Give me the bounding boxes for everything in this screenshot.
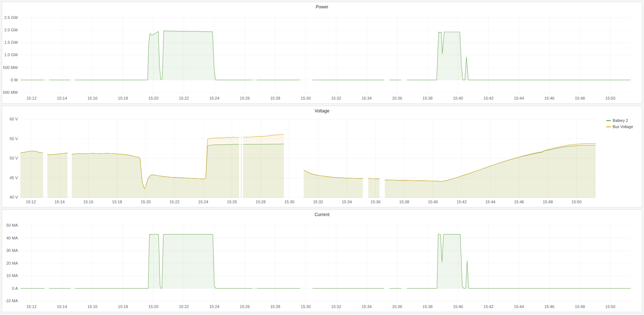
svg-text:40 MA: 40 MA bbox=[6, 236, 18, 240]
svg-text:15:32: 15:32 bbox=[331, 304, 341, 309]
svg-text:1.5 GW: 1.5 GW bbox=[4, 40, 18, 45]
svg-text:15:28: 15:28 bbox=[270, 304, 280, 309]
svg-text:15:38: 15:38 bbox=[422, 96, 433, 100]
legend-label: Bus Voltage bbox=[613, 124, 633, 129]
svg-text:15:48: 15:48 bbox=[543, 200, 553, 204]
svg-text:0 A: 0 A bbox=[12, 286, 18, 291]
svg-text:2.0 GW: 2.0 GW bbox=[4, 28, 18, 32]
svg-text:15:34: 15:34 bbox=[362, 304, 372, 309]
svg-text:500 MW: 500 MW bbox=[3, 65, 18, 70]
panel-current-title: Current bbox=[315, 212, 329, 217]
dashboard: Power 2.5 GW2.0 GW1.5 GW1.0 GW500 MW0 W-… bbox=[0, 0, 644, 314]
svg-text:15:50: 15:50 bbox=[605, 304, 616, 309]
legend-swatch-icon bbox=[606, 126, 611, 127]
svg-text:15:40: 15:40 bbox=[453, 304, 463, 309]
svg-text:15:32: 15:32 bbox=[313, 200, 323, 204]
svg-text:15:24: 15:24 bbox=[209, 304, 219, 309]
panel-voltage-title: Voltage bbox=[315, 108, 329, 114]
svg-text:15:34: 15:34 bbox=[362, 96, 372, 100]
svg-text:15:12: 15:12 bbox=[27, 304, 37, 309]
svg-text:-10 MA: -10 MA bbox=[5, 299, 18, 303]
svg-text:50 MA: 50 MA bbox=[6, 223, 18, 227]
current-chart[interactable]: 50 MA40 MA30 MA20 MA10 MA0 A-10 MA15:121… bbox=[3, 219, 641, 311]
svg-text:15:42: 15:42 bbox=[484, 304, 494, 309]
voltage-legend: Battery 2Bus Voltage bbox=[606, 116, 641, 206]
svg-text:15:16: 15:16 bbox=[87, 96, 98, 100]
svg-text:15:32: 15:32 bbox=[331, 96, 341, 100]
legend-swatch-icon bbox=[606, 120, 611, 121]
svg-text:15:26: 15:26 bbox=[240, 96, 250, 100]
svg-text:15:50: 15:50 bbox=[571, 200, 582, 204]
svg-text:0 W: 0 W bbox=[11, 78, 18, 82]
svg-text:15:36: 15:36 bbox=[392, 304, 402, 309]
svg-text:15:28: 15:28 bbox=[255, 200, 266, 204]
svg-text:15:12: 15:12 bbox=[26, 200, 36, 204]
svg-text:2.5 GW: 2.5 GW bbox=[4, 15, 18, 20]
svg-text:-500 MW: -500 MW bbox=[3, 90, 18, 95]
svg-text:15:28: 15:28 bbox=[270, 96, 280, 100]
voltage-chart[interactable]: 60 V55 V50 V45 V40 V15:1215:1415:1615:18… bbox=[3, 116, 606, 206]
svg-text:15:22: 15:22 bbox=[179, 96, 189, 100]
svg-text:15:30: 15:30 bbox=[301, 304, 311, 309]
panel-current: Current 50 MA40 MA30 MA20 MA10 MA0 A-10 … bbox=[2, 210, 642, 312]
svg-text:15:44: 15:44 bbox=[514, 304, 524, 309]
svg-text:15:36: 15:36 bbox=[371, 200, 381, 204]
panel-power: Power 2.5 GW2.0 GW1.5 GW1.0 GW500 MW0 W-… bbox=[2, 2, 642, 104]
panel-voltage: Voltage 60 V55 V50 V45 V40 V15:1215:1415… bbox=[2, 106, 642, 207]
panel-power-title: Power bbox=[316, 4, 328, 9]
svg-text:20 MA: 20 MA bbox=[6, 261, 18, 265]
svg-text:15:48: 15:48 bbox=[575, 96, 585, 100]
svg-text:45 V: 45 V bbox=[9, 176, 18, 180]
svg-text:15:40: 15:40 bbox=[428, 200, 438, 204]
svg-text:1.0 GW: 1.0 GW bbox=[4, 53, 18, 57]
svg-text:15:42: 15:42 bbox=[457, 200, 467, 204]
svg-text:15:34: 15:34 bbox=[342, 200, 352, 204]
voltage-plot-svg: 60 V55 V50 V45 V40 V15:1215:1415:1615:18… bbox=[3, 116, 606, 206]
svg-text:15:42: 15:42 bbox=[484, 96, 494, 100]
svg-text:60 V: 60 V bbox=[9, 117, 18, 121]
panel-current-header[interactable]: Current bbox=[2, 210, 642, 219]
svg-text:15:24: 15:24 bbox=[198, 200, 208, 204]
svg-text:15:38: 15:38 bbox=[399, 200, 409, 204]
svg-text:50 V: 50 V bbox=[9, 156, 18, 160]
svg-text:30 MA: 30 MA bbox=[6, 248, 18, 253]
svg-text:15:20: 15:20 bbox=[141, 200, 151, 204]
svg-text:15:16: 15:16 bbox=[87, 304, 98, 309]
svg-text:15:18: 15:18 bbox=[118, 304, 128, 309]
svg-text:15:18: 15:18 bbox=[112, 200, 122, 204]
legend-label: Battery 2 bbox=[613, 118, 628, 123]
svg-text:15:50: 15:50 bbox=[605, 96, 616, 100]
legend-item-bus-voltage[interactable]: Bus Voltage bbox=[606, 124, 641, 129]
svg-text:15:48: 15:48 bbox=[575, 304, 585, 309]
svg-text:15:18: 15:18 bbox=[118, 96, 128, 100]
svg-text:15:24: 15:24 bbox=[209, 96, 219, 100]
panel-voltage-header[interactable]: Voltage bbox=[2, 106, 642, 116]
svg-text:15:44: 15:44 bbox=[514, 96, 524, 100]
svg-text:10 MA: 10 MA bbox=[6, 273, 18, 278]
current-plot-svg: 50 MA40 MA30 MA20 MA10 MA0 A-10 MA15:121… bbox=[3, 219, 641, 311]
svg-text:15:22: 15:22 bbox=[169, 200, 180, 204]
svg-text:15:46: 15:46 bbox=[545, 96, 555, 100]
svg-text:15:46: 15:46 bbox=[545, 304, 555, 309]
svg-text:15:12: 15:12 bbox=[27, 96, 37, 100]
svg-text:15:26: 15:26 bbox=[240, 304, 250, 309]
svg-text:15:22: 15:22 bbox=[179, 304, 189, 309]
svg-text:15:44: 15:44 bbox=[485, 200, 496, 204]
svg-text:15:30: 15:30 bbox=[301, 96, 311, 100]
svg-text:15:14: 15:14 bbox=[57, 96, 67, 100]
svg-text:15:20: 15:20 bbox=[148, 96, 159, 100]
power-plot-svg: 2.5 GW2.0 GW1.5 GW1.0 GW500 MW0 W-500 MW… bbox=[3, 12, 641, 103]
svg-text:15:20: 15:20 bbox=[148, 304, 159, 309]
svg-text:15:14: 15:14 bbox=[55, 200, 65, 204]
panel-power-header[interactable]: Power bbox=[2, 2, 642, 12]
legend-item-battery-2[interactable]: Battery 2 bbox=[606, 118, 641, 123]
svg-text:55 V: 55 V bbox=[9, 137, 18, 141]
svg-text:15:26: 15:26 bbox=[227, 200, 237, 204]
power-chart[interactable]: 2.5 GW2.0 GW1.5 GW1.0 GW500 MW0 W-500 MW… bbox=[3, 12, 641, 103]
svg-text:15:30: 15:30 bbox=[284, 200, 294, 204]
svg-text:15:16: 15:16 bbox=[83, 200, 94, 204]
svg-text:40 V: 40 V bbox=[9, 195, 18, 199]
svg-text:15:36: 15:36 bbox=[392, 96, 402, 100]
svg-text:15:40: 15:40 bbox=[453, 96, 463, 100]
svg-text:15:38: 15:38 bbox=[422, 304, 433, 309]
